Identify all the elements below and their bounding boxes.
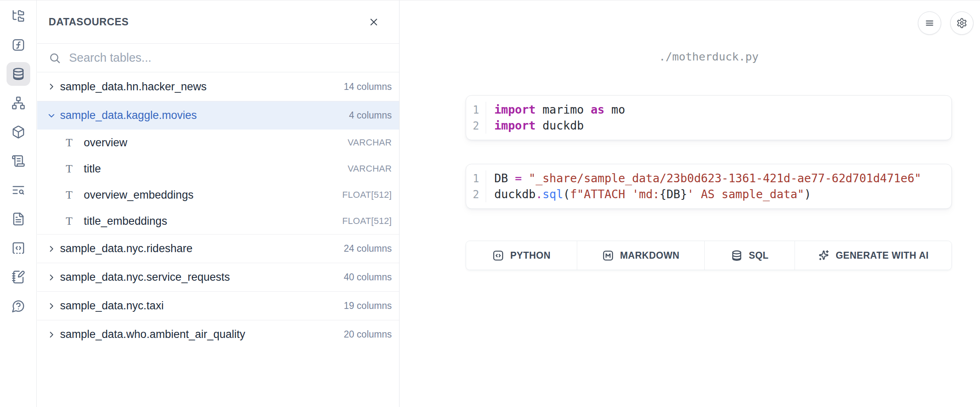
panel-title: DATASOURCES [49,16,129,28]
sidebar-item-scratchpad[interactable] [7,265,30,289]
text-search-icon [11,183,25,197]
code-line: 1 import marimo as mo [466,102,951,118]
table-column-count: 20 columns [344,329,392,340]
datasources-panel-header: DATASOURCES [37,0,399,44]
search-tables-input[interactable] [69,51,391,65]
chevron-right-icon [47,330,56,339]
scroll-text-icon [11,154,25,168]
table-name: sample_data.hn.hacker_news [60,81,344,93]
database-icon [11,67,25,81]
sidebar-item-tracebacks[interactable] [7,178,30,202]
line-number: 2 [466,188,486,201]
code-cell[interactable]: 1 import marimo as mo 2 import duckdb [466,95,952,140]
column-type-text-icon: T [66,215,84,228]
column-row[interactable]: T overview VARCHAR [37,130,399,156]
close-icon [368,16,379,28]
chevron-right-icon[interactable] [47,82,60,91]
chevron-right-icon[interactable] [47,302,60,311]
sidebar-item-dependencies[interactable] [7,91,30,115]
column-type-text-icon: T [66,136,84,149]
datasources-panel: DATASOURCES sample_data.hn.hacker_news 1… [37,0,400,407]
code-line: 2 import duckdb [466,118,951,134]
markdown-icon [602,250,614,262]
generate-with-ai-button[interactable]: GENERATE WITH AI [795,241,951,270]
add-markdown-cell-button[interactable]: MARKDOWN [577,241,704,270]
column-row[interactable]: T overview_embeddings FLOAT[512] [37,182,399,208]
table-row[interactable]: sample_data.nyc.rideshare 24 columns [37,234,399,263]
chevron-down-icon [47,111,56,120]
add-sql-cell-button[interactable]: SQL [704,241,795,270]
message-question-icon [11,299,25,313]
chevron-right-icon [47,273,56,282]
sidebar-item-documentation[interactable] [7,207,30,231]
sidebar-item-file-explorer[interactable] [7,4,30,28]
line-number: 1 [466,104,486,116]
column-type: VARCHAR [348,163,392,174]
line-number: 2 [466,120,486,132]
table-row[interactable]: sample_data.hn.hacker_news 14 columns [37,72,399,101]
code-text: import marimo as mo [486,102,625,118]
add-cell-button-label: SQL [749,250,769,261]
add-python-cell-button[interactable]: PYTHON [466,241,577,270]
marimo-app: { "rail": { "items": [ {"name": "sidebar… [0,0,980,407]
sidebar-item-snippets[interactable] [7,236,30,260]
table-column-count: 40 columns [344,272,392,283]
network-icon [11,96,25,110]
table-column-count: 4 columns [349,110,392,121]
table-row[interactable]: sample_data.who.ambient_air_quality 20 c… [37,320,399,349]
code-text: duckdb.sql(f"ATTACH 'md:{DB}' AS sample_… [486,186,811,202]
notebook-filename: ./motherduck.py [466,50,952,63]
column-name: overview_embeddings [84,189,342,201]
table-row[interactable]: sample_data.kaggle.movies 4 columns [37,101,399,130]
chevron-right-icon[interactable] [47,273,60,282]
code-cell[interactable]: 1 DB = "_share/sample_data/23b0d623-1361… [466,164,952,209]
table-row[interactable]: sample_data.nyc.service_requests 40 colu… [37,263,399,291]
sidebar-item-datasources[interactable] [7,62,30,86]
table-name: sample_data.nyc.service_requests [60,271,344,284]
function-square-icon [11,38,25,52]
top-actions [918,11,973,35]
code-line: 1 DB = "_share/sample_data/23b0d623-1361… [466,170,951,186]
column-type: VARCHAR [348,137,392,148]
icon-rail [0,0,37,407]
settings-button[interactable] [950,11,973,35]
gear-icon [956,18,967,29]
add-cell-button-label: GENERATE WITH AI [836,250,929,261]
column-name: title_embeddings [84,215,342,228]
column-type-text-icon: T [66,163,84,175]
search-icon [49,52,61,64]
column-type: FLOAT[512] [342,216,392,226]
column-type-text-icon: T [66,189,84,201]
column-name: overview [84,136,348,149]
column-type: FLOAT[512] [342,190,392,200]
code-text: import duckdb [486,118,584,134]
table-column-count: 19 columns [344,300,392,311]
close-panel-button[interactable] [366,14,382,30]
notebook-menu-button[interactable] [918,11,941,35]
sidebar-item-logs[interactable] [7,149,30,173]
chevron-right-icon [47,82,56,91]
chevron-down-icon[interactable] [47,111,60,120]
table-column-count: 14 columns [344,81,392,92]
table-name: sample_data.who.ambient_air_quality [60,328,344,341]
chevron-right-icon [47,302,56,311]
table-row[interactable]: sample_data.nyc.taxi 19 columns [37,291,399,320]
sidebar-item-packages[interactable] [7,120,30,144]
chevron-right-icon[interactable] [47,330,60,339]
column-row[interactable]: T title_embeddings FLOAT[512] [37,208,399,234]
table-name: sample_data.nyc.rideshare [60,242,344,255]
code-square-icon [492,250,504,262]
table-name: sample_data.kaggle.movies [60,109,349,122]
add-cell-bar: PYTHONMARKDOWNSQLGENERATE WITH AI [466,241,952,270]
folder-tree-icon [11,9,25,23]
column-row[interactable]: T title VARCHAR [37,156,399,182]
code-text: DB = "_share/sample_data/23b0d623-1361-4… [486,170,921,186]
editor-pane: ./motherduck.py 1 import marimo as mo 2 … [400,0,980,407]
sidebar-item-help[interactable] [7,294,30,318]
sparkles-icon [818,250,830,262]
table-column-count: 24 columns [344,243,392,254]
chevron-right-icon[interactable] [47,244,60,253]
code-square-dashed-icon [11,241,25,255]
table-name: sample_data.nyc.taxi [60,300,344,312]
sidebar-item-variables[interactable] [7,33,30,57]
